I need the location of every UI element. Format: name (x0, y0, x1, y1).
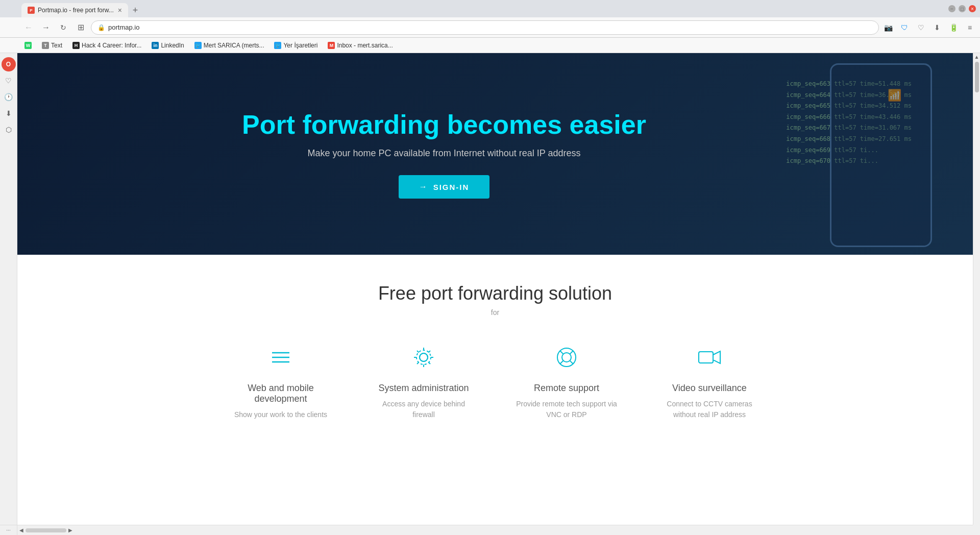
feature-web-desc: Show your work to the clients (230, 409, 332, 420)
feature-remote-desc: Provide remote tech support via VNC or R… (516, 399, 618, 420)
bookmark-text-label: Text (51, 42, 62, 49)
video-camera-icon (697, 345, 722, 370)
remote-icon (551, 342, 582, 373)
features-section: Free port forwarding solution for Web an… (17, 255, 973, 448)
svg-line-16 (560, 351, 563, 354)
bookmark-twitter-mert-label: Mert SARICA (merts... (204, 42, 264, 49)
svg-line-18 (570, 351, 573, 354)
minimize-button[interactable]: − (948, 5, 955, 12)
bookmark-text[interactable]: T Text (38, 41, 66, 50)
camera-toolbar-icon[interactable]: 📷 (882, 21, 894, 34)
sysadmin-icon (408, 342, 439, 373)
sidebar-history-icon[interactable]: 🕐 (2, 90, 16, 104)
bookmark-gmail-label: Inbox - mert.sarica... (337, 42, 393, 49)
hack-favicon: H (72, 42, 80, 49)
active-tab[interactable]: P Portmap.io - free port forw... × (21, 3, 128, 17)
wifi-decoration: 📶 (888, 89, 901, 102)
bookmark-twitter-mert[interactable]: 🐦 Mert SARICA (merts... (190, 41, 268, 50)
gmail-favicon: M (328, 42, 335, 49)
back-button[interactable]: ← (21, 20, 36, 35)
tab-close-button[interactable]: × (118, 7, 122, 14)
signin-button[interactable]: → SIGN-IN (399, 175, 490, 199)
svg-line-19 (560, 361, 563, 364)
bookmark-whatsapp[interactable]: W (20, 41, 36, 50)
svg-line-17 (570, 361, 573, 364)
bookmark-yer[interactable]: 🐦 Yer İşaretleri (270, 41, 322, 50)
feature-card-sysadmin: System administration Access any device … (373, 342, 475, 420)
reload-button[interactable]: ↻ (56, 20, 70, 35)
bookmark-linkedin[interactable]: in LinkedIn (148, 41, 188, 50)
linkedin-favicon: in (152, 42, 159, 49)
tab-title: Portmap.io - free port forw... (38, 7, 114, 14)
features-for: for (38, 308, 952, 317)
bookmark-gmail[interactable]: M Inbox - mert.sarica... (324, 41, 397, 50)
svg-rect-20 (699, 352, 713, 363)
forward-button[interactable]: → (39, 20, 53, 35)
feature-sysadmin-title: System administration (373, 383, 475, 394)
heart-icon[interactable]: ♡ (915, 21, 927, 34)
hero-subtitle: Make your home PC available from Interne… (242, 148, 646, 159)
bookmark-linkedin-label: LinkedIn (161, 42, 184, 49)
signin-icon: → (419, 182, 428, 191)
whatsapp-favicon: W (24, 42, 32, 49)
yer-favicon: 🐦 (274, 42, 281, 49)
svg-marker-21 (713, 351, 720, 363)
web-dev-icon (265, 342, 296, 373)
feature-sysadmin-desc: Access any device behind firewall (373, 399, 475, 420)
address-bar[interactable]: 🔒 portmap.io (91, 20, 879, 35)
horiz-scroll-right[interactable]: ▶ (66, 527, 75, 533)
text-favicon: T (42, 42, 49, 49)
scroll-up-arrow[interactable]: ▲ (974, 54, 979, 60)
bookmark-yer-label: Yer İşaretleri (283, 42, 317, 49)
corner-dots[interactable]: ··· (6, 527, 10, 533)
horiz-scroll-left[interactable]: ◀ (17, 527, 26, 533)
feature-remote-title: Remote support (516, 383, 618, 394)
menu-icon (268, 345, 293, 370)
shield-icon[interactable]: 🛡 (898, 21, 911, 34)
sidebar-opera-icon[interactable]: O (2, 57, 16, 71)
features-grid: Web and mobile development Show your wor… (38, 342, 952, 420)
sidebar-download-icon[interactable]: ⬇ (2, 106, 16, 120)
hero-content: Port forwarding becomes easier Make your… (242, 109, 646, 199)
signin-label: SIGN-IN (433, 183, 470, 191)
video-icon (694, 342, 725, 373)
menu-button[interactable]: ≡ (964, 21, 976, 34)
features-title: Free port forwarding solution (38, 283, 952, 304)
sidebar-heart-icon[interactable]: ♡ (2, 74, 16, 88)
feature-video-desc: Connect to CCTV cameras without real IP … (658, 399, 761, 420)
battery-icon[interactable]: 🔋 (947, 21, 960, 34)
gear-icon (411, 345, 436, 370)
svg-line-12 (429, 351, 431, 353)
bookmark-hack[interactable]: H Hack 4 Career: Infor... (68, 41, 145, 50)
lock-icon: 🔒 (97, 24, 105, 31)
bookmark-hack-label: Hack 4 Career: Infor... (82, 42, 141, 49)
svg-point-4 (420, 353, 428, 361)
feature-card-remote: Remote support Provide remote tech suppo… (516, 342, 618, 420)
lifering-icon (554, 345, 579, 370)
close-button[interactable]: × (969, 5, 976, 12)
address-text: portmap.io (108, 23, 872, 31)
feature-video-title: Video surveillance (658, 383, 761, 394)
hero-section: icmp_seq=663 ttl=57 time=51.448 ms icmp_… (17, 53, 973, 255)
scroll-thumb[interactable] (975, 62, 979, 92)
twitter-mert-favicon: 🐦 (194, 42, 202, 49)
grid-view-button[interactable]: ⊞ (74, 20, 88, 35)
horiz-scroll-thumb[interactable] (26, 528, 66, 532)
feature-card-web: Web and mobile development Show your wor… (230, 342, 332, 420)
svg-line-13 (417, 362, 419, 364)
feature-web-title: Web and mobile development (230, 383, 332, 404)
sidebar-extension-icon[interactable]: ⬡ (2, 123, 16, 137)
hero-device-decoration (830, 63, 932, 247)
feature-card-video: Video surveillance Connect to CCTV camer… (658, 342, 761, 420)
new-tab-button[interactable]: + (128, 3, 142, 17)
svg-line-11 (429, 362, 431, 364)
tab-favicon: P (28, 7, 35, 14)
hero-title: Port forwarding becomes easier (242, 109, 646, 140)
restore-button[interactable]: □ (959, 5, 966, 12)
download-toolbar-icon[interactable]: ⬇ (931, 21, 943, 34)
svg-line-10 (417, 351, 419, 353)
svg-point-15 (562, 353, 571, 362)
